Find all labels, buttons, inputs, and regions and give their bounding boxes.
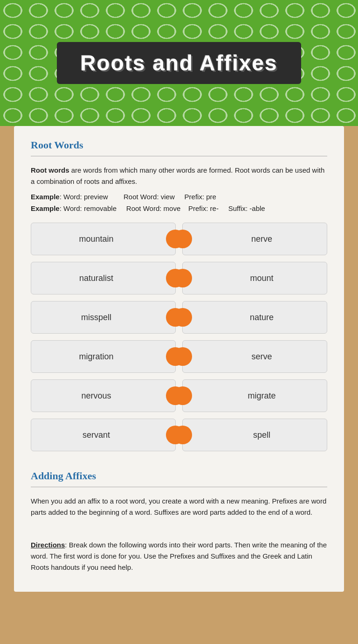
word-label-mountain: mountain [38,234,169,244]
section-divider-2 [31,487,327,487]
word-label-serve: serve [189,352,320,362]
word-card-servant: servant [31,419,176,451]
main-card: Root Words Root words are words from whi… [14,126,344,592]
word-card-migration: migration [31,340,176,373]
adding-affixes-description: When you add an affix to a root word, yo… [31,496,327,518]
orange-circle-spell [173,426,192,444]
spacer [31,524,327,533]
word-label-naturalist: naturalist [38,273,169,283]
word-card-mountain: mountain [31,223,176,255]
word-card-mount: mount [182,262,327,294]
orange-circle-migrate [173,386,192,405]
root-words-title: Root Words [31,139,327,151]
root-words-description: Root words are words from which many oth… [31,165,327,187]
word-label-nature: nature [189,313,320,322]
word-card-nerve: nerve [182,223,327,255]
adding-affixes-title: Adding Affixes [31,470,327,482]
example-2: Example: Word: removable Root Word: move… [31,204,327,212]
word-grid: mountain nerve naturalist mount misspell [31,223,327,451]
word-card-nervous: nervous [31,379,176,412]
page-title: Roots and Affixes [80,50,277,76]
word-label-migration: migration [38,352,169,362]
root-words-section: Root Words Root words are words from whi… [31,139,327,451]
word-label-misspell: misspell [38,313,169,322]
word-card-nature: nature [182,301,327,334]
orange-circle-nerve [173,230,192,248]
header: Roots and Affixes [0,0,358,126]
word-label-nervous: nervous [38,391,169,401]
directions-text: Directions: Break down the following wor… [31,539,327,573]
word-card-naturalist: naturalist [31,262,176,294]
example-1: Example: Word: preview Root Word: view P… [31,193,327,201]
word-label-migrate: migrate [189,391,320,401]
adding-affixes-section: Adding Affixes When you add an affix to … [31,470,327,573]
orange-circle-nature [173,308,192,327]
section-divider-1 [31,156,327,156]
word-card-serve: serve [182,340,327,373]
word-label-spell: spell [189,430,320,440]
word-card-misspell: misspell [31,301,176,334]
word-card-migrate: migrate [182,379,327,412]
orange-circle-mount [173,269,192,287]
word-card-spell: spell [182,419,327,451]
word-label-mount: mount [189,273,320,283]
orange-circle-serve [173,347,192,366]
word-label-nerve: nerve [189,234,320,244]
word-label-servant: servant [38,430,169,440]
header-title-box: Roots and Affixes [57,42,301,84]
